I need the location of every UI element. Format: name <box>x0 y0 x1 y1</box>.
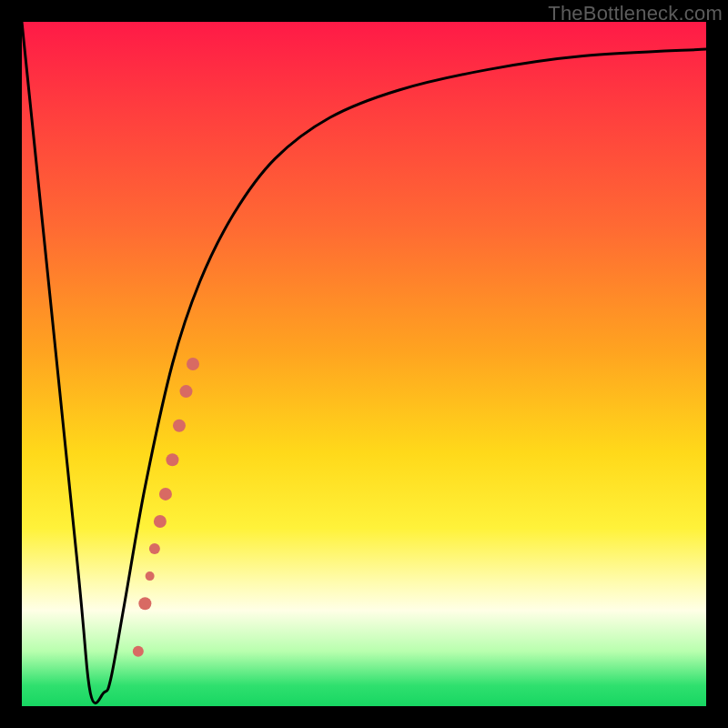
highlight-point <box>173 420 186 432</box>
plot-area <box>22 22 706 706</box>
highlight-point <box>146 571 155 581</box>
highlight-point <box>149 543 160 554</box>
chart-frame: TheBottleneck.com <box>0 0 728 728</box>
highlight-point <box>166 453 178 466</box>
highlight-point <box>187 358 199 370</box>
bottleneck-curve-svg <box>22 22 706 706</box>
highlight-point <box>138 597 151 610</box>
highlight-point <box>159 488 172 500</box>
highlight-point <box>154 515 167 528</box>
highlight-point <box>133 646 144 657</box>
bottleneck-curve-path <box>22 22 706 703</box>
highlight-point <box>179 385 192 398</box>
